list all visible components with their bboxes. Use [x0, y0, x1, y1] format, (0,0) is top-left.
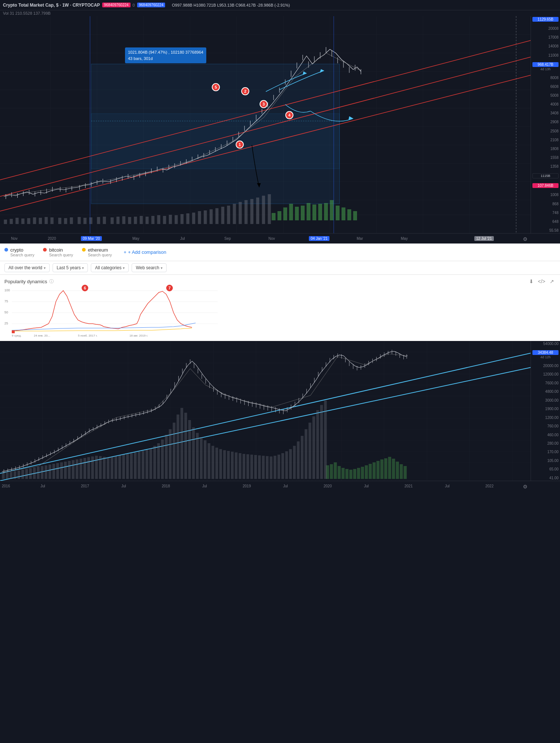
svg-rect-164: [12, 330, 15, 333]
svg-rect-316: [384, 458, 387, 479]
svg-rect-97: [324, 203, 328, 220]
chart-tooltip: 1021.804B (947.47%) , 102180 37768964 43…: [125, 47, 206, 63]
btc-price-tick: 54000.00: [532, 342, 559, 346]
legend-ethereum: ethereum Search query: [82, 247, 112, 257]
svg-rect-331: [37, 467, 39, 479]
svg-rect-317: [388, 457, 391, 479]
ethereum-text: ethereum Search query: [88, 247, 112, 257]
search-type-filter[interactable]: Web search ▾: [132, 263, 167, 272]
id-separator: 0: [133, 3, 135, 7]
svg-rect-396: [289, 449, 292, 479]
svg-rect-118: [97, 217, 100, 224]
svg-rect-313: [372, 462, 375, 479]
svg-rect-312: [369, 464, 372, 479]
btc-time-2021: 2021: [404, 484, 413, 488]
chart-settings-icon[interactable]: ⚙: [523, 236, 528, 242]
svg-rect-336: [56, 463, 59, 479]
svg-rect-314: [377, 461, 379, 479]
trends-chart-title: Popularity dynamics ⓘ: [4, 278, 556, 285]
svg-rect-372: [196, 433, 199, 479]
time-label-sep: Sep: [224, 237, 231, 241]
svg-rect-115: [78, 217, 81, 224]
price-tick: 17008: [532, 35, 559, 39]
svg-rect-113: [64, 218, 67, 224]
tooltip-line1: 1021.804B (947.47%) , 102180 37768964: [128, 49, 203, 56]
bottom-price-axis: 54000.00 34384.48 4d 12h 20000.00 12000.…: [531, 341, 560, 481]
time-label-nov2: Nov: [268, 237, 275, 241]
share-icon[interactable]: ↗: [550, 278, 554, 284]
main-chart[interactable]: 1021.804B (947.47%) , 102180 37768964 43…: [0, 16, 560, 233]
time-filter[interactable]: Last 5 years ▾: [53, 263, 88, 272]
svg-rect-126: [146, 217, 149, 224]
svg-rect-334: [49, 465, 51, 479]
svg-rect-90: [283, 207, 287, 220]
svg-line-25: [0, 68, 560, 211]
btc-price-tick: 170.00: [532, 450, 559, 454]
btc-time-jul16: Jul: [40, 484, 45, 488]
svg-rect-348: [103, 457, 106, 479]
bottom-chart[interactable]: 54000.00 34384.48 4d 12h 20000.00 12000.…: [0, 341, 560, 481]
svg-rect-98: [330, 200, 334, 220]
btc-time-2016: 2016: [2, 484, 10, 488]
svg-rect-365: [169, 429, 171, 479]
svg-rect-354: [126, 454, 129, 479]
svg-rect-355: [130, 453, 133, 479]
trends-section: crypto Search query bitcoin Search query…: [0, 243, 560, 341]
svg-rect-323: [6, 473, 8, 479]
crypto-text: crypto Search query: [10, 247, 34, 257]
price-tick: 6608: [532, 85, 559, 89]
svg-rect-361: [153, 446, 156, 479]
btc-price-tick: 65.00: [532, 467, 559, 471]
bottom-chart-settings-icon[interactable]: ⚙: [523, 484, 528, 490]
svg-rect-402: [313, 416, 315, 479]
annotation-1: 1: [236, 141, 244, 149]
svg-rect-134: [192, 213, 195, 224]
price-tick: 5008: [532, 93, 559, 97]
time-label: Last 5 years: [57, 265, 81, 270]
btc-time-jul19: Jul: [283, 484, 288, 488]
svg-rect-94: [307, 203, 311, 220]
embed-icon[interactable]: </>: [538, 278, 545, 284]
svg-rect-99: [336, 206, 340, 220]
svg-rect-305: [342, 468, 345, 479]
trends-legend: crypto Search query bitcoin Search query…: [0, 243, 560, 261]
svg-rect-109: [39, 218, 42, 224]
trends-filters: All over the world ▾ Last 5 years ▾ All …: [0, 261, 560, 275]
btc-time-jul21: Jul: [445, 484, 450, 488]
svg-line-24: [0, 49, 560, 196]
svg-rect-136: [204, 210, 207, 224]
popularity-dynamics-label: Popularity dynamics: [4, 279, 47, 284]
location-filter[interactable]: All over the world ▾: [4, 263, 50, 272]
svg-text:50: 50: [4, 310, 8, 314]
plus-icon: +: [124, 249, 126, 255]
svg-rect-311: [365, 465, 368, 479]
svg-rect-119: [103, 217, 106, 224]
ethereum-dot: [82, 248, 86, 252]
btc-time-jul18: Jul: [202, 484, 207, 488]
vol-label: Vol 31 210.5528 137.799B: [3, 11, 51, 15]
time-axis: Nov 2020 09 Mar '20 May Jul Sep Nov 04 J…: [0, 233, 560, 243]
svg-rect-122: [122, 216, 125, 224]
svg-rect-145: [256, 198, 259, 224]
download-icon[interactable]: ⬇: [529, 278, 534, 284]
chart-header: Crypto Total Market Cap, $ · 1W · CRYPTO…: [0, 0, 560, 10]
chart-id-1: 968409760224: [102, 3, 131, 7]
svg-rect-397: [293, 446, 296, 479]
svg-rect-358: [142, 451, 144, 479]
price-tick: 2108: [532, 138, 559, 142]
annotation-6: 6: [81, 284, 89, 292]
svg-rect-130: [169, 215, 172, 224]
svg-rect-117: [89, 217, 92, 224]
btc-price-badge: 34384.48: [532, 350, 559, 355]
svg-rect-307: [349, 470, 352, 479]
category-filter[interactable]: All categories ▾: [91, 263, 129, 272]
info-icon[interactable]: ⓘ: [49, 278, 54, 285]
svg-rect-391: [270, 456, 272, 479]
svg-rect-382: [235, 452, 238, 479]
btc-time-2017: 2017: [81, 484, 89, 488]
svg-rect-351: [114, 456, 117, 479]
price-badge-ohlc: 968.417B: [532, 62, 559, 67]
add-comparison-button[interactable]: + + Add comparison: [124, 249, 166, 255]
svg-rect-91: [289, 204, 293, 220]
annotation-4: 4: [285, 111, 293, 119]
